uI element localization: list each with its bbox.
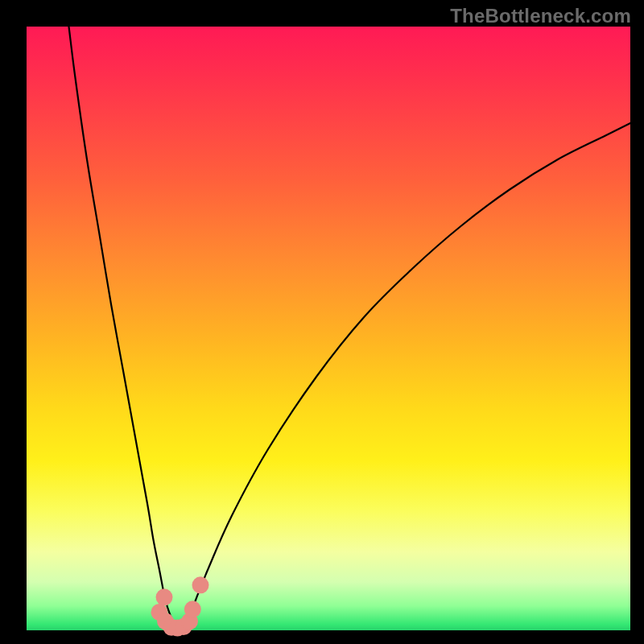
marker-cluster (151, 576, 209, 636)
marker-dot (192, 576, 209, 593)
chart-frame: TheBottleneck.com (0, 0, 644, 644)
marker-dot (156, 588, 173, 605)
bottleneck-curve (69, 27, 631, 632)
chart-svg (27, 27, 630, 630)
marker-dot (184, 601, 201, 617)
watermark-text: TheBottleneck.com (450, 5, 631, 27)
